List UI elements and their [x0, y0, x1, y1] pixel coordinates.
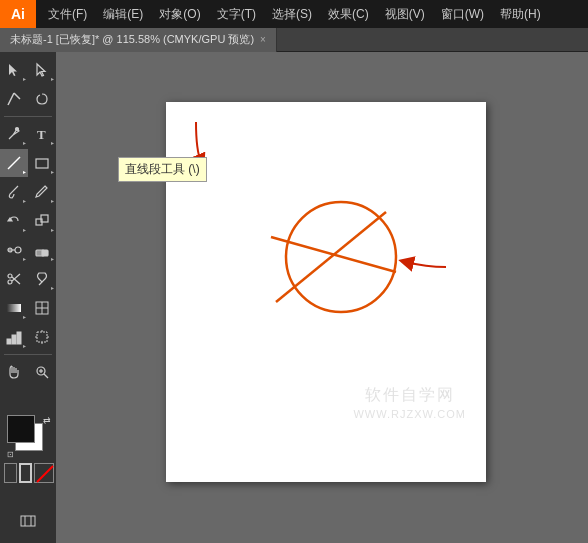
tool-row-1: ▸ ▸: [0, 56, 56, 84]
menu-bar: 文件(F) 编辑(E) 对象(O) 文字(T) 选择(S) 效果(C) 视图(V…: [36, 0, 588, 28]
reset-colors-icon[interactable]: ⊡: [7, 450, 14, 459]
svg-rect-5: [36, 159, 48, 168]
blend-tool[interactable]: ▸: [0, 236, 28, 264]
tab-label: 未标题-1 [已恢复]* @ 115.58% (CMYK/GPU 预览): [10, 32, 254, 47]
svg-marker-6: [8, 218, 12, 221]
menu-view[interactable]: 视图(V): [377, 0, 433, 28]
svg-line-41: [271, 237, 396, 272]
toolbar: ▸ ▸: [0, 52, 56, 543]
selection-tool[interactable]: ▸: [0, 56, 28, 84]
eraser-tool[interactable]: ▸: [28, 236, 56, 264]
canvas-area: 直线段工具 (\): [56, 52, 588, 543]
document-tab[interactable]: 未标题-1 [已恢复]* @ 115.58% (CMYK/GPU 预览) ×: [0, 28, 277, 52]
svg-line-35: [37, 466, 53, 482]
app-logo: Ai: [0, 0, 36, 28]
svg-rect-36: [21, 516, 35, 526]
lasso-tool[interactable]: [28, 85, 56, 113]
screen-mode-area: [0, 507, 56, 535]
menu-type[interactable]: 文字(T): [209, 0, 264, 28]
svg-point-14: [8, 274, 12, 278]
tool-row-6: ▸ ▸: [0, 207, 56, 235]
svg-point-15: [8, 280, 12, 284]
svg-rect-23: [7, 339, 11, 344]
tool-row-8: ▸: [0, 265, 56, 293]
tool-row-9: ▸: [0, 294, 56, 322]
menu-window[interactable]: 窗口(W): [433, 0, 492, 28]
menu-help[interactable]: 帮助(H): [492, 0, 549, 28]
scissors-tool[interactable]: [0, 265, 28, 293]
paintbrush-tool[interactable]: ▸: [0, 178, 28, 206]
zoom-tool[interactable]: [28, 358, 56, 386]
direct-selection-tool[interactable]: ▸: [28, 56, 56, 84]
tab-bar: 未标题-1 [已恢复]* @ 115.58% (CMYK/GPU 预览) ×: [0, 28, 588, 52]
fill-indicator[interactable]: [4, 463, 17, 483]
svg-line-18: [39, 282, 42, 285]
menu-select[interactable]: 选择(S): [264, 0, 320, 28]
pencil-tool[interactable]: ▸: [28, 178, 56, 206]
hand-tool[interactable]: [0, 358, 28, 386]
menu-file[interactable]: 文件(F): [40, 0, 95, 28]
arrow-indicator-1: [176, 120, 216, 174]
svg-rect-26: [37, 332, 47, 342]
svg-line-32: [44, 374, 48, 378]
magic-wand-tool[interactable]: [0, 85, 28, 113]
svg-line-40: [276, 212, 386, 302]
svg-point-10: [15, 247, 21, 253]
type-tool[interactable]: T ▸: [28, 120, 56, 148]
svg-rect-25: [17, 332, 21, 344]
menu-edit[interactable]: 编辑(E): [95, 0, 151, 28]
rectangle-tool[interactable]: ▸: [28, 149, 56, 177]
tab-close-button[interactable]: ×: [260, 34, 266, 45]
svg-line-1: [14, 93, 20, 99]
none-indicator[interactable]: [34, 463, 54, 483]
tool-row-7: ▸ ▸: [0, 236, 56, 264]
title-bar: Ai 文件(F) 编辑(E) 对象(O) 文字(T) 选择(S) 效果(C) 视…: [0, 0, 588, 28]
rotate-tool[interactable]: ▸: [0, 207, 28, 235]
stroke-indicator[interactable]: [19, 463, 32, 483]
svg-line-4: [8, 157, 20, 169]
tool-row-4: ▸ ▸: [0, 149, 56, 177]
menu-object[interactable]: 对象(O): [151, 0, 208, 28]
swap-colors-icon[interactable]: ⇄: [43, 415, 51, 425]
svg-line-0: [8, 93, 14, 105]
tool-row-5: ▸ ▸: [0, 178, 56, 206]
tool-row-3: ▸ T ▸: [0, 120, 56, 148]
line-segment-tool[interactable]: ▸: [0, 149, 28, 177]
tool-row-2: [0, 85, 56, 113]
tool-row-10: ▸: [0, 323, 56, 351]
color-area: ⇄ ⊡: [4, 411, 54, 483]
scale-tool[interactable]: ▸: [28, 207, 56, 235]
svg-rect-13: [42, 250, 48, 256]
chart-tool[interactable]: ▸: [0, 323, 28, 351]
svg-point-9: [8, 248, 12, 252]
main-area: ▸ ▸: [0, 52, 588, 543]
eyedropper-tool[interactable]: ▸: [28, 265, 56, 293]
menu-effect[interactable]: 效果(C): [320, 0, 377, 28]
screen-mode-button[interactable]: [14, 507, 42, 535]
artboard-tool[interactable]: [28, 323, 56, 351]
pen-tool[interactable]: ▸: [0, 120, 28, 148]
svg-rect-19: [7, 304, 21, 312]
mesh-tool[interactable]: [28, 294, 56, 322]
gradient-tool[interactable]: ▸: [0, 294, 28, 322]
foreground-color-swatch[interactable]: [7, 415, 35, 443]
svg-point-2: [16, 128, 19, 131]
tool-row-11: [0, 358, 56, 386]
tool-separator-1: [4, 116, 52, 117]
svg-text:T: T: [37, 127, 46, 142]
svg-rect-24: [12, 335, 16, 344]
tool-separator-2: [4, 354, 52, 355]
